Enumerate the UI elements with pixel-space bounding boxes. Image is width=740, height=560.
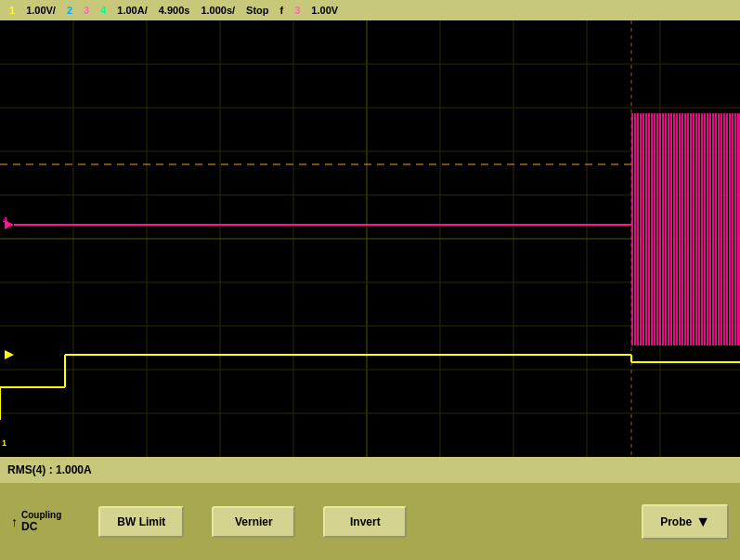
ch2-oscillation: [631, 113, 740, 345]
probe-group: Probe ▼: [642, 504, 729, 540]
ch2-indicator: 2: [61, 5, 78, 16]
ch3-indicator: 3: [78, 5, 95, 16]
svg-rect-44: [689, 113, 690, 345]
svg-rect-60: [734, 113, 734, 345]
svg-rect-28: [644, 113, 645, 345]
bw-limit-group: BW Limit: [98, 506, 184, 538]
svg-rect-49: [703, 113, 704, 345]
oscilloscope-screen: 4: [0, 20, 740, 457]
svg-rect-29: [647, 113, 648, 345]
waveform-display: 4: [0, 20, 740, 457]
svg-marker-68: [5, 350, 14, 359]
svg-rect-24: [633, 113, 634, 345]
bw-limit-button[interactable]: BW Limit: [98, 506, 184, 538]
trigger-level: 1.00V: [305, 5, 344, 16]
svg-rect-46: [695, 113, 695, 345]
svg-rect-54: [717, 113, 718, 345]
ch1-scale: 1.00V/: [20, 5, 61, 16]
ch4-scale: 1.00A/: [111, 5, 152, 16]
svg-rect-37: [669, 113, 670, 345]
svg-rect-58: [728, 113, 729, 345]
oscilloscope-header: 1 1.00V/ 2 3 4 1.00A/ 4.900s 1.000s/ Sto…: [0, 0, 740, 20]
svg-rect-40: [678, 113, 679, 345]
svg-rect-35: [664, 113, 665, 345]
trigger-icon: f: [275, 5, 290, 16]
svg-text:4: 4: [3, 215, 7, 225]
svg-rect-53: [714, 113, 715, 345]
svg-rect-55: [720, 113, 721, 345]
trigger-channel: 3: [289, 5, 305, 16]
coupling-arrow-icon: ↑: [11, 514, 18, 529]
svg-rect-59: [731, 113, 732, 345]
run-status: Stop: [240, 5, 274, 16]
svg-rect-61: [736, 113, 737, 345]
coupling-control[interactable]: ↑ Coupling DC: [11, 510, 61, 533]
svg-rect-48: [700, 113, 701, 345]
invert-group: Invert: [323, 506, 407, 538]
ch4-indicator: 4: [95, 5, 111, 16]
probe-arrow-icon: ▼: [695, 514, 710, 530]
svg-rect-26: [639, 113, 640, 345]
probe-button[interactable]: Probe ▼: [642, 504, 729, 540]
svg-rect-32: [656, 113, 656, 345]
svg-rect-57: [725, 113, 726, 345]
svg-rect-52: [711, 113, 712, 345]
svg-rect-43: [686, 113, 687, 345]
vernier-group: Vernier: [212, 506, 295, 538]
svg-rect-41: [681, 113, 682, 345]
svg-rect-27: [642, 113, 643, 345]
invert-button[interactable]: Invert: [323, 506, 407, 538]
coupling-label: Coupling: [21, 510, 61, 520]
controls-panel: ↑ Coupling DC BW Limit Vernier Invert Pr…: [0, 483, 740, 560]
svg-rect-45: [692, 113, 693, 345]
svg-rect-56: [722, 113, 723, 345]
svg-rect-36: [667, 113, 668, 345]
svg-rect-42: [683, 113, 684, 345]
svg-rect-50: [706, 113, 707, 345]
svg-rect-31: [653, 113, 654, 345]
svg-rect-51: [708, 113, 709, 345]
time-scale: 1.000s/: [195, 5, 240, 16]
svg-rect-47: [697, 113, 698, 345]
svg-rect-38: [672, 113, 673, 345]
time-position: 4.900s: [153, 5, 196, 16]
svg-rect-25: [636, 113, 637, 345]
info-bar: RMS(4) : 1.000A: [0, 457, 740, 483]
svg-rect-34: [661, 113, 662, 345]
coupling-value: DC: [21, 520, 61, 533]
svg-text:1: 1: [2, 438, 6, 448]
vernier-button[interactable]: Vernier: [212, 506, 295, 538]
svg-rect-30: [650, 113, 651, 345]
rms-display: RMS(4) : 1.000A: [7, 463, 92, 476]
ch1-indicator: 1: [4, 5, 20, 16]
svg-rect-39: [675, 113, 676, 345]
svg-rect-33: [658, 113, 659, 345]
